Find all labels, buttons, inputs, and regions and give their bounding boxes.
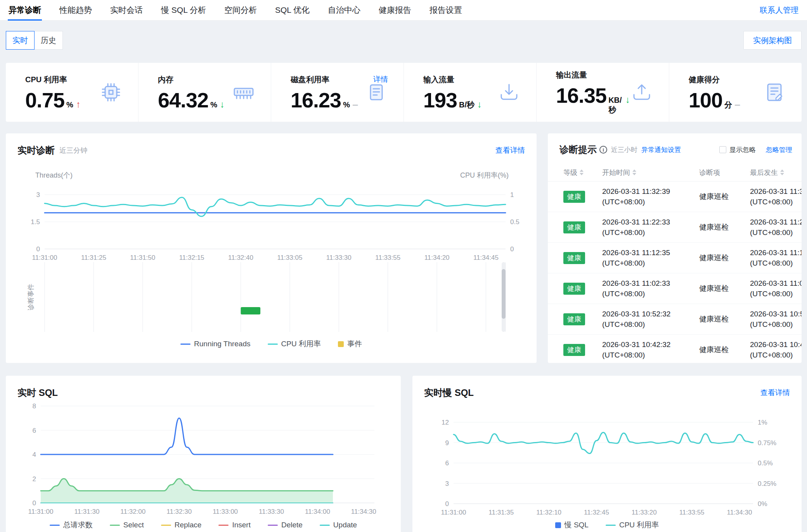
legend-item[interactable]: Update	[320, 521, 357, 529]
x-tick-label: 11:33:05	[277, 254, 302, 261]
legend-item[interactable]: CPU 利用率	[606, 520, 659, 530]
x-tick-label: 11:33:30	[259, 508, 284, 515]
y-tick-label: 3	[445, 480, 449, 487]
realtime-sql-chart-legend: 总请求数SelectReplaceInsertDeleteUpdate	[6, 520, 401, 530]
cpu-icon	[99, 81, 123, 104]
y-tick-label: 0	[33, 499, 36, 507]
tab-exception-diagnosis[interactable]: 异常诊断	[9, 0, 41, 20]
last-occurred-cell: 2026-03-31 10:52:32(UTC+08:00)	[750, 309, 802, 330]
legend-swatch	[180, 344, 190, 345]
legend-label: CPU 利用率	[619, 520, 659, 530]
tab-performance-trends[interactable]: 性能趋势	[59, 0, 92, 20]
view-details-link[interactable]: 查看详情	[495, 145, 525, 155]
legend-item[interactable]: Select	[110, 521, 144, 529]
legend-label: 慢 SQL	[565, 520, 589, 530]
metric-value: 0.75	[25, 90, 64, 111]
panel-title: 诊断提示	[559, 143, 597, 156]
time-mode-toggle: 实时 历史	[6, 31, 63, 50]
x-tick-label: 11:34:20	[424, 254, 450, 261]
table-row[interactable]: 健康 2026-03-31 11:32:39(UTC+08:00) 健康巡检 2…	[548, 181, 802, 212]
y-tick-label: 12	[442, 419, 449, 426]
scrollbar-thumb[interactable]	[502, 269, 506, 319]
diagnosis-item-cell: 健康巡检	[699, 222, 750, 232]
legend-item[interactable]: 事件	[338, 339, 362, 349]
legend-item[interactable]: Running Threads	[180, 340, 250, 348]
y-tick-label: 0	[445, 500, 449, 508]
x-tick-label: 11:31:25	[81, 254, 106, 261]
metric-unit: %	[66, 100, 73, 109]
trend-down-icon: ↓	[625, 95, 630, 104]
contact-manager-link[interactable]: 联系人管理	[760, 0, 798, 20]
table-row[interactable]: 健康 2026-03-31 11:22:33(UTC+08:00) 健康巡检 2…	[548, 212, 802, 243]
nav-tabs: 异常诊断 性能趋势 实时会话 慢 SQL 分析 空间分析 SQL 优化 自治中心…	[9, 0, 462, 20]
realtime-toggle-button[interactable]: 实时	[6, 31, 35, 50]
history-toggle-button[interactable]: 历史	[34, 31, 63, 50]
tab-realtime-sessions[interactable]: 实时会话	[110, 0, 143, 20]
diagnosis-item-cell: 健康巡检	[699, 314, 750, 324]
x-tick-label: 11:33:20	[632, 509, 657, 515]
legend-swatch	[555, 522, 561, 528]
diagnosis-item-cell: 健康巡检	[699, 345, 750, 355]
info-icon[interactable]	[599, 146, 607, 154]
event-lane-label: 诊断事件	[27, 284, 35, 311]
legend-swatch	[320, 525, 330, 526]
legend-item[interactable]: Delete	[268, 521, 303, 529]
instance-architecture-button[interactable]: 实例架构图	[743, 31, 802, 50]
tab-report-settings[interactable]: 报告设置	[429, 0, 462, 20]
x-tick-label: 11:32:10	[536, 509, 561, 515]
legend-item[interactable]: 慢 SQL	[555, 520, 589, 530]
start-time-cell: 2026-03-31 11:02:33(UTC+08:00)	[602, 278, 699, 299]
tips-table: 等级 开始时间 诊断项 最后发生 健康 2026-03-31 11:32:39(…	[548, 164, 802, 363]
diagnosis-item-cell: 健康巡检	[699, 283, 750, 294]
diagnosis-item-cell: 健康巡检	[699, 192, 750, 202]
metric-unit: %	[343, 100, 350, 109]
ignore-manage-link[interactable]: 忽略管理	[766, 145, 792, 154]
legend-item[interactable]: CPU 利用率	[268, 339, 321, 349]
x-tick-label: 11:31:00	[28, 508, 54, 515]
trend-down-icon: ↓	[477, 100, 482, 109]
x-tick-label: 11:31:00	[32, 254, 57, 261]
table-row[interactable]: 健康 2026-03-31 10:52:32(UTC+08:00) 健康巡检 2…	[548, 304, 802, 335]
diagnosis-tips-panel: 诊断提示 近三小时 异常通知设置 显示忽略 忽略管理 等级 开始时间 诊断项 最…	[548, 133, 802, 363]
y-tick-label: 0	[36, 245, 40, 253]
column-header-start-time[interactable]: 开始时间	[602, 168, 699, 177]
y-tick-label-right: 0	[510, 245, 514, 253]
slow-sql-chart-legend: 慢 SQLCPU 利用率	[412, 520, 802, 530]
legend-swatch	[110, 525, 120, 526]
view-details-link[interactable]: 查看详情	[760, 388, 790, 398]
sort-icon[interactable]	[580, 169, 584, 175]
start-time-cell: 2026-03-31 10:52:32(UTC+08:00)	[602, 309, 699, 330]
legend-swatch	[268, 344, 278, 345]
column-header-last-occurred[interactable]: 最后发生	[750, 168, 802, 177]
y-tick-label: 3	[36, 191, 40, 199]
diagnosis-event-bar[interactable]	[241, 307, 261, 314]
tab-autonomy-center[interactable]: 自治中心	[328, 0, 360, 20]
tab-health-report[interactable]: 健康报告	[379, 0, 411, 20]
table-row[interactable]: 健康 2026-03-31 11:02:33(UTC+08:00) 健康巡检 2…	[548, 273, 802, 304]
tab-space-analysis[interactable]: 空间分析	[224, 0, 257, 20]
metric-cards-strip: CPU 利用率 0.75 % ↑ 内存 64.32 % ↓ 磁盘利用率	[6, 63, 802, 122]
tab-slow-sql-analysis[interactable]: 慢 SQL 分析	[161, 0, 206, 20]
x-tick-label: 11:31:35	[488, 509, 514, 515]
legend-item[interactable]: 总请求数	[50, 520, 93, 530]
trend-up-icon: ↑	[76, 100, 81, 109]
realtime-diagnosis-panel: 实时诊断 近三分钟 查看详情 Threads(个) CPU 利用率(%) 001…	[6, 133, 537, 363]
legend-item[interactable]: Insert	[218, 521, 251, 529]
x-tick-label: 11:32:00	[120, 508, 145, 515]
sort-icon[interactable]	[780, 169, 784, 175]
legend-swatch	[268, 525, 278, 526]
diagnosis-item-cell: 健康巡检	[699, 253, 750, 263]
table-row[interactable]: 健康 2026-03-31 10:42:32(UTC+08:00) 健康巡检 2…	[548, 335, 802, 363]
metric-value: 100	[689, 90, 722, 111]
show-ignored-checkbox[interactable]	[719, 146, 726, 153]
abnormal-notify-settings-link[interactable]: 异常通知设置	[641, 145, 681, 154]
legend-swatch	[606, 525, 616, 526]
column-header-level[interactable]: 等级	[563, 168, 602, 177]
table-row[interactable]: 健康 2026-03-31 11:12:35(UTC+08:00) 健康巡检 2…	[548, 243, 802, 273]
legend-item[interactable]: Replace	[161, 521, 202, 529]
sort-icon[interactable]	[632, 169, 636, 175]
disk-detail-link[interactable]: 详情	[373, 74, 388, 85]
tab-sql-optimization[interactable]: SQL 优化	[275, 0, 310, 20]
metric-value: 193	[423, 90, 457, 111]
trend-flat-icon: –	[735, 100, 740, 109]
